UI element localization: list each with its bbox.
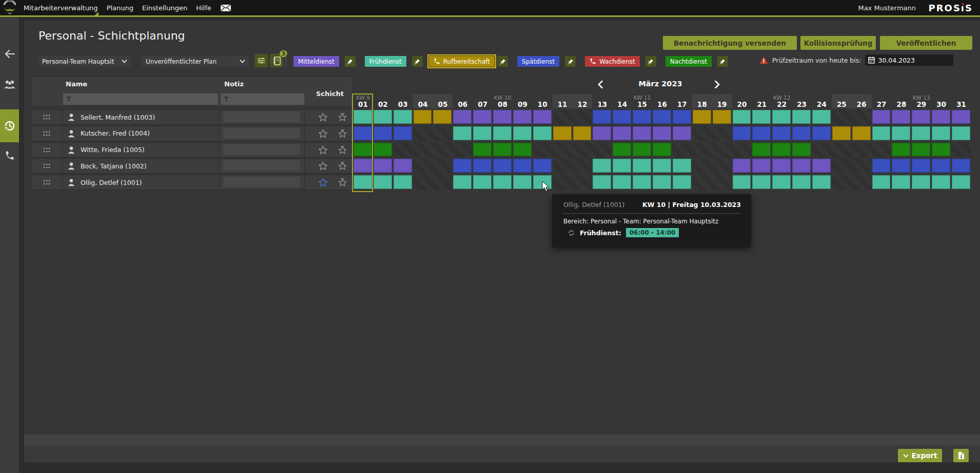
export-button[interactable]: Export — [898, 449, 942, 462]
shift-cell-sp-tdienst[interactable] — [653, 110, 671, 124]
shift-cell-rufbereitschaft[interactable] — [852, 126, 871, 140]
favorite-star-icon[interactable] — [318, 161, 328, 171]
shift-cell-fr-hdienst[interactable] — [473, 126, 492, 140]
note-input[interactable] — [223, 111, 300, 122]
check-date-field[interactable]: 30.04.2023 — [865, 54, 953, 66]
shift-cell-fr-hdienst[interactable] — [912, 175, 930, 189]
shift-cell-mitteldienst[interactable] — [872, 110, 891, 124]
shift-cell-fr-hdienst[interactable] — [673, 175, 691, 189]
pin-shift-rufbereitschaft[interactable] — [497, 56, 508, 67]
day-header-10[interactable]: 10 — [533, 100, 553, 108]
shift-cell-mitteldienst[interactable] — [952, 110, 970, 124]
horizontal-scrollbar[interactable] — [24, 434, 980, 445]
shift-cell-fr-hdienst[interactable] — [493, 175, 512, 189]
day-header-23[interactable]: 23 — [792, 100, 812, 108]
day-header-05[interactable]: 05 — [433, 100, 453, 108]
back-arrow-icon[interactable] — [0, 44, 19, 64]
empty-shift-cells[interactable] — [812, 142, 891, 158]
shift-cell-sp-tdienst[interactable] — [533, 159, 552, 173]
shift-type-sp-tdienst[interactable]: Spätdienst — [513, 56, 564, 67]
pin-shift-mitteldienst[interactable] — [345, 56, 356, 67]
day-header-31[interactable]: 31 — [951, 100, 971, 108]
day-header-24[interactable]: 24 — [812, 100, 832, 108]
shift-cell-nachtdienst[interactable] — [653, 143, 671, 157]
empty-shift-cells[interactable] — [832, 158, 872, 174]
shift-cell-mitteldienst[interactable] — [374, 159, 392, 173]
shift-cell-fr-hdienst[interactable] — [493, 126, 512, 140]
empty-shift-cells[interactable] — [672, 142, 752, 158]
day-header-14[interactable]: 14 — [612, 100, 632, 108]
shift-cell-sp-tdienst[interactable] — [354, 126, 372, 140]
day-header-02[interactable]: 02 — [373, 100, 393, 108]
shift-cell-sp-tdienst[interactable] — [872, 159, 891, 173]
shift-cell-sp-tdienst[interactable] — [952, 159, 970, 173]
menu-item-hilfe[interactable]: Hilfe — [196, 0, 211, 15]
shift-cell-mitteldienst[interactable] — [792, 159, 811, 173]
shift-cell-sp-tdienst[interactable] — [912, 159, 930, 173]
note-input[interactable] — [223, 144, 300, 155]
shift-cell-sp-tdienst[interactable] — [673, 110, 691, 124]
shift-cell-fr-hdienst[interactable] — [952, 126, 970, 140]
shift-cell-rufbereitschaft[interactable] — [573, 126, 592, 140]
shift-cell-fr-hdienst[interactable] — [354, 110, 372, 124]
envelope-icon[interactable] — [220, 0, 231, 15]
shift-cell-rufbereitschaft[interactable] — [414, 110, 432, 124]
shift-cell-mitteldienst[interactable] — [633, 126, 651, 140]
day-header-17[interactable]: 17 — [672, 100, 692, 108]
day-header-26[interactable]: 26 — [852, 100, 872, 108]
publish-button[interactable]: Veröffentlichen — [880, 36, 972, 50]
empty-shift-cells[interactable] — [951, 142, 971, 158]
shift-cell-fr-hdienst[interactable] — [533, 175, 552, 189]
shift-cell-fr-hdienst[interactable] — [892, 126, 910, 140]
shift-cell-sp-tdienst[interactable] — [613, 110, 631, 124]
sliders-icon[interactable] — [254, 54, 268, 67]
wish-star-icon[interactable] — [338, 145, 347, 155]
pin-shift-fr-hdienst[interactable] — [412, 56, 423, 67]
shift-cell-fr-hdienst[interactable] — [892, 175, 910, 189]
empty-shift-cells[interactable] — [413, 126, 453, 141]
shift-cell-fr-hdienst[interactable] — [812, 175, 831, 189]
shift-cell-mitteldienst[interactable] — [752, 159, 771, 173]
shift-type-wachdienst[interactable]: Wachdienst — [580, 56, 644, 67]
shift-cell-sp-tdienst[interactable] — [812, 126, 831, 140]
empty-shift-cells[interactable] — [393, 142, 473, 158]
shift-cell-nachtdienst[interactable] — [752, 143, 771, 157]
shift-cell-mitteldienst[interactable] — [673, 126, 691, 140]
day-header-20[interactable]: 20 — [732, 100, 752, 108]
shift-cell-mitteldienst[interactable] — [653, 126, 671, 140]
shift-cell-fr-hdienst[interactable] — [952, 175, 970, 189]
team-icon[interactable] — [0, 74, 19, 95]
day-header-25[interactable]: 25 — [832, 100, 852, 108]
favorite-star-icon[interactable] — [318, 112, 328, 122]
shift-cell-nachtdienst[interactable] — [613, 143, 631, 157]
shift-cell-mitteldienst[interactable] — [493, 110, 512, 124]
shift-cell-mitteldienst[interactable] — [912, 110, 930, 124]
shift-cell-fr-hdienst[interactable] — [932, 126, 950, 140]
favorite-star-icon[interactable] — [318, 145, 328, 155]
employee-row-ollig[interactable]: Ollig, Detlef (1001) — [31, 175, 353, 190]
shift-cell-fr-hdienst[interactable] — [354, 175, 372, 189]
shift-cell-sp-tdienst[interactable] — [453, 159, 472, 173]
employee-row-sellert[interactable]: Sellert, Manfred (1003) — [31, 109, 353, 125]
shift-cell-sp-tdienst[interactable] — [932, 159, 950, 173]
shift-cell-fr-hdienst[interactable] — [932, 175, 950, 189]
shift-cell-fr-hdienst[interactable] — [872, 175, 891, 189]
shift-cell-mitteldienst[interactable] — [892, 110, 910, 124]
employee-row-kutscher[interactable]: Kutscher, Fred (1004) — [31, 126, 353, 141]
shift-cell-sp-tdienst[interactable] — [733, 126, 751, 140]
shift-cell-fr-hdienst[interactable] — [374, 110, 392, 124]
sidebar-item-shift-plan[interactable] — [0, 109, 19, 142]
shift-cell-nachtdienst[interactable] — [932, 143, 950, 157]
shift-cell-sp-tdienst[interactable] — [752, 126, 771, 140]
menu-item-planung[interactable]: Planung — [107, 0, 133, 15]
empty-shift-cells[interactable] — [553, 175, 593, 190]
employee-row-bock[interactable]: Bock, Tatjana (1002) — [31, 158, 353, 174]
empty-shift-cells[interactable] — [533, 142, 612, 158]
shift-cell-mitteldienst[interactable] — [354, 159, 372, 173]
menu-item-mitarbeiterverwaltung[interactable]: Mitarbeiterverwaltung — [24, 0, 98, 15]
shift-cell-fr-hdienst[interactable] — [394, 175, 412, 189]
wish-star-icon[interactable] — [338, 129, 347, 138]
shift-cell-fr-hdienst[interactable] — [872, 126, 891, 140]
favorite-star-icon[interactable] — [318, 178, 328, 187]
employee-row-witte[interactable]: Witte, Frieda (1005) — [31, 142, 353, 158]
